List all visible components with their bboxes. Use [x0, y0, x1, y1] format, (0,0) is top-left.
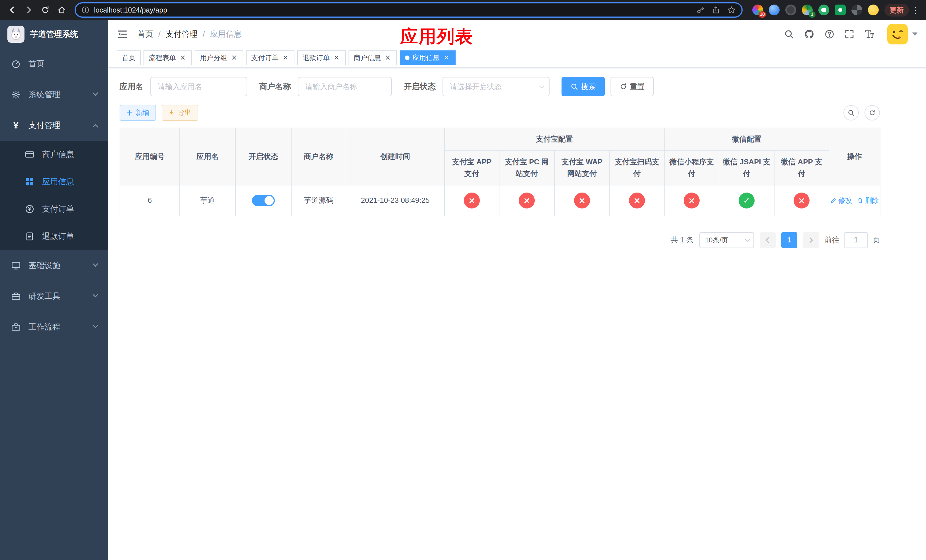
sidebar-item-app-info[interactable]: 应用信息 — [0, 168, 108, 195]
extension-pinwheel-icon[interactable] — [851, 5, 862, 15]
sidebar-collapse-icon[interactable] — [117, 29, 128, 40]
close-icon[interactable] — [442, 54, 451, 62]
col-alipay-pc: 支付宝 PC 网站支付 — [499, 151, 554, 185]
edit-link[interactable]: 修改 — [830, 196, 852, 205]
add-button-label: 新增 — [136, 108, 149, 117]
tab-merchant-info[interactable]: 商户信息 — [348, 50, 397, 65]
github-icon[interactable] — [804, 29, 814, 39]
close-icon[interactable] — [230, 54, 238, 62]
sidebar-item-payment[interactable]: ¥ 支付管理 — [0, 110, 108, 141]
search-button-label: 搜索 — [581, 82, 596, 92]
extension-square-icon[interactable] — [835, 5, 846, 15]
extension-profile-icon[interactable]: 1 — [802, 5, 813, 15]
col-group-alipay: 支付宝配置 — [445, 128, 664, 151]
tab-process-form[interactable]: 流程表单 — [144, 50, 192, 65]
page-size-select[interactable]: 10条/页 — [699, 232, 754, 248]
extension-puzzle-icon[interactable]: 10 — [752, 5, 763, 15]
cell-create-time: 2021-10-23 08:49:25 — [346, 185, 445, 216]
tab-app-info[interactable]: 应用信息 — [400, 50, 455, 65]
sidebar-item-refund-order[interactable]: 退款订单 — [0, 223, 108, 250]
page-number-button[interactable]: 1 — [781, 232, 797, 248]
delete-link[interactable]: 删除 — [857, 196, 879, 205]
col-create-time: 创建时间 — [346, 128, 445, 185]
browser-home-icon[interactable] — [54, 2, 70, 18]
font-size-icon[interactable] — [864, 29, 875, 39]
sidebar-item-pay-order[interactable]: 支付订单 — [0, 195, 108, 223]
prev-page-button[interactable] — [760, 232, 776, 248]
wechat-app-status-icon — [794, 192, 809, 209]
tab-user-group[interactable]: 用户分组 — [195, 50, 243, 65]
toggle-search-icon[interactable] — [843, 105, 859, 121]
next-page-button[interactable] — [803, 232, 819, 248]
sidebar-item-label: 工作流程 — [29, 322, 61, 332]
extension-badge: 1 — [809, 11, 816, 18]
tab-home[interactable]: 首页 — [117, 50, 141, 65]
goto-page-input[interactable] — [844, 232, 868, 248]
status-toggle[interactable] — [252, 195, 275, 206]
extension-wechat-icon[interactable] — [819, 5, 829, 15]
fullscreen-icon[interactable] — [844, 29, 854, 39]
search-button[interactable]: 搜索 — [561, 77, 605, 96]
table-row: 6 芋道 芋道源码 2021-10-23 08:49:25 — [120, 185, 880, 216]
close-icon[interactable] — [179, 54, 187, 62]
sidebar-item-label: 支付管理 — [29, 120, 61, 131]
browser-menu-icon[interactable]: ⋮ — [910, 5, 921, 15]
app-name-input[interactable] — [150, 77, 247, 96]
browser-back-icon[interactable] — [5, 2, 20, 18]
payment-submenu: 商户信息 应用信息 支付订单 退款订单 — [0, 141, 108, 250]
close-icon[interactable] — [384, 54, 392, 62]
tab-refund-order[interactable]: 退款订单 — [297, 50, 346, 65]
sidebar-item-merchant-info[interactable]: 商户信息 — [0, 141, 108, 168]
user-menu[interactable] — [887, 24, 917, 44]
close-icon[interactable] — [281, 54, 289, 62]
omnibox-actions — [696, 6, 736, 14]
reset-button-label: 重置 — [630, 82, 645, 92]
password-key-icon[interactable] — [696, 6, 705, 14]
status-select[interactable]: 请选择开启状态 — [442, 77, 549, 96]
screen: localhost:1024/pay/app 10 1 更新 ⋮ 芋道管理系统 — [0, 0, 926, 560]
reset-button[interactable]: 重置 — [610, 77, 654, 96]
merchant-name-input[interactable] — [298, 77, 392, 96]
credit-card-icon — [24, 149, 35, 159]
sidebar-item-infrastructure[interactable]: 基础设施 — [0, 250, 108, 281]
tab-label: 首页 — [122, 53, 136, 62]
col-app-name: 应用名 — [180, 128, 236, 185]
extension-drop-icon[interactable] — [769, 5, 780, 15]
tab-pay-order[interactable]: 支付订单 — [246, 50, 294, 65]
sidebar-item-home[interactable]: 首页 — [0, 48, 108, 79]
browser-toolbar: localhost:1024/pay/app 10 1 更新 ⋮ — [0, 0, 926, 20]
sidebar: 芋道管理系统 首页 系统管理 ¥ 支付管理 — [0, 20, 108, 560]
sidebar-item-label: 退款订单 — [42, 231, 74, 242]
export-button[interactable]: 导出 — [162, 105, 198, 121]
extension-emoji-icon[interactable] — [868, 5, 879, 15]
col-wechat-app: 微信 APP 支付 — [774, 151, 829, 185]
alipay-app-status-icon — [464, 192, 480, 209]
site-info-icon[interactable] — [82, 6, 89, 14]
sidebar-item-dev-tools[interactable]: 研发工具 — [0, 281, 108, 312]
breadcrumb-payment[interactable]: 支付管理 — [166, 29, 198, 39]
chevron-left-icon — [766, 237, 772, 243]
pagination: 共 1 条 10条/页 1 前往 页 — [120, 232, 880, 248]
address-bar[interactable]: localhost:1024/pay/app — [75, 2, 743, 18]
browser-update-button[interactable]: 更新 — [884, 4, 909, 17]
add-button[interactable]: 新增 — [120, 105, 156, 121]
refresh-table-icon[interactable] — [864, 105, 880, 121]
search-icon[interactable] — [784, 29, 794, 39]
sidebar-item-workflow[interactable]: 工作流程 — [0, 312, 108, 342]
col-alipay-qr: 支付宝扫码支付 — [610, 151, 664, 185]
sidebar-logo-row[interactable]: 芋道管理系统 — [0, 20, 108, 48]
sidebar-item-system[interactable]: 系统管理 — [0, 79, 108, 110]
browser-forward-icon[interactable] — [21, 2, 36, 18]
breadcrumb-home[interactable]: 首页 — [137, 29, 153, 39]
alipay-wap-status-icon — [574, 192, 590, 209]
extension-dark-icon[interactable] — [785, 5, 796, 15]
close-icon[interactable] — [333, 54, 340, 62]
browser-reload-icon[interactable] — [38, 2, 53, 18]
bookmark-star-icon[interactable] — [727, 6, 736, 14]
tab-label: 应用信息 — [412, 53, 440, 62]
top-navbar: 首页 / 支付管理 / 应用信息 应用列表 — [108, 20, 926, 48]
help-icon[interactable] — [825, 29, 834, 39]
extension-badge: 10 — [758, 11, 766, 18]
share-icon[interactable] — [712, 6, 720, 14]
col-actions: 操作 — [829, 128, 880, 185]
